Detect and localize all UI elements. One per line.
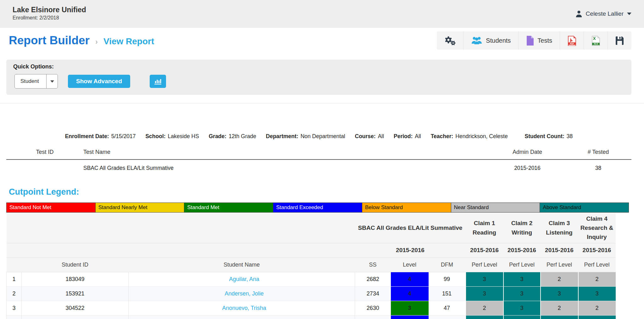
save-icon (615, 36, 624, 45)
student-name-cell: Andersen, Jolie (129, 286, 355, 301)
ss-cell: 2682 (355, 272, 391, 286)
export-pdf-button[interactable]: PDF (560, 31, 584, 50)
breadcrumb: Report Builder › View Report (9, 34, 154, 47)
column-header-row: Student ID Student Name SS Level DFM Per… (7, 257, 616, 272)
filter-student-count: Student Count:38 (525, 133, 573, 140)
table-row: 3 304522 Anonuevo, Trisha 2630 3 47 2 3 … (7, 301, 616, 315)
filter-value: 5/15/2017 (111, 133, 136, 139)
dfm-cell: 151 (429, 286, 466, 301)
svg-text:XLS: XLS (594, 43, 598, 45)
claim-1-cell: 3 (466, 272, 503, 286)
student-id-cell: 183049 (22, 272, 129, 286)
students-icon (471, 36, 482, 45)
test-id-cell (6, 160, 83, 175)
student-id-cell: 153921 (22, 286, 129, 301)
toolbar: Students Tests PDF X XLS (437, 31, 631, 50)
claim-1-cell: 3 (466, 286, 503, 301)
claim-2-cell: 3 (503, 272, 541, 286)
legend-item-standard-exceeded: Standard Exceeded (273, 203, 362, 212)
claim-2-header: Claim 2 Writing (503, 213, 541, 243)
row-number-header (7, 257, 22, 272)
level-cell: 4 (391, 272, 429, 286)
perf-level-header-1: Perf Level (466, 257, 503, 272)
test-list-table: Test ID Test Name Admin Date # Tested SB… (6, 146, 631, 175)
filter-period: Period:All (394, 133, 421, 140)
show-advanced-button[interactable]: Show Advanced (68, 75, 130, 88)
claim-4-cell: 2 (578, 272, 616, 286)
student-link[interactable]: Aguilar, Ana (229, 276, 259, 282)
quick-options-label: Quick Options: (13, 63, 54, 70)
level-header: Level (391, 257, 429, 272)
filter-label: School: (145, 133, 165, 139)
filters-summary: Enrollment Date:5/15/2017 School:Lakesid… (6, 133, 631, 140)
ss-cell (355, 315, 391, 319)
tests-label: Tests (537, 37, 552, 44)
num-tested-cell: 38 (565, 160, 631, 175)
filter-value: 12th Grade (229, 133, 256, 139)
ss-cell: 2630 (355, 301, 391, 315)
test-name-cell: SBAC All Grades ELA/Lit Summative (83, 160, 490, 175)
filter-department: Department:Non Departmental (266, 133, 345, 140)
tests-icon (526, 36, 534, 46)
filter-label: Course: (355, 133, 376, 139)
filter-label: Teacher: (431, 133, 453, 139)
perf-level-header-3: Perf Level (541, 257, 578, 272)
row-number: 4 (7, 315, 22, 319)
group-header-spacer (7, 213, 355, 243)
student-name-cell: Aguilar, Ana (129, 272, 355, 286)
claim-3-header: Claim 3 Listening (541, 213, 578, 243)
ss-header: SS (355, 257, 391, 272)
breadcrumb-separator-icon: › (95, 37, 98, 46)
students-button[interactable]: Students (464, 31, 519, 50)
save-report-button[interactable] (608, 31, 631, 50)
claim-3-cell: 3 (541, 286, 578, 301)
year-claim-2: 2015-2016 (503, 243, 541, 257)
legend-item-standard-met: Standard Met (184, 203, 273, 212)
enrollment-date-label: Enrollment: 2/2/2018 (13, 15, 59, 21)
claim-1-cell: 2 (466, 301, 503, 315)
filter-grade: Grade:12th Grade (209, 133, 256, 140)
claim-2-cell: 3 (503, 286, 541, 301)
student-name-cell (129, 315, 355, 319)
section-divider (0, 103, 644, 103)
chart-view-button[interactable] (150, 75, 166, 88)
student-name-header: Student Name (129, 257, 355, 272)
filter-label: Department: (266, 133, 298, 139)
student-link[interactable]: Andersen, Jolie (225, 290, 264, 297)
student-name-cell: Anonuevo, Trisha (129, 301, 355, 315)
filter-enrollment-date: Enrollment Date:5/15/2017 (65, 133, 136, 140)
year-spacer (7, 243, 355, 257)
year-claim-3: 2015-2016 (541, 243, 578, 257)
page-title[interactable]: Report Builder (9, 34, 90, 47)
claim-2-cell: 3 (503, 301, 541, 315)
claim-1-cell (466, 315, 503, 319)
gears-icon (444, 35, 456, 46)
settings-button[interactable] (437, 31, 464, 50)
filter-value: Lakeside HS (168, 133, 199, 139)
quick-options-panel: Quick Options: Student Show Advanced (6, 60, 631, 95)
dfm-header: DFM (429, 257, 466, 272)
export-excel-button[interactable]: X XLS (584, 31, 608, 50)
svg-text:PDF: PDF (570, 42, 574, 45)
students-label: Students (486, 37, 511, 44)
year-claim-4: 2015-2016 (578, 243, 616, 257)
filter-course: Course:All (355, 133, 384, 140)
user-menu[interactable]: Celeste Lallier (575, 9, 631, 19)
table-row-partial: 4 (7, 315, 616, 319)
perf-level-header-4: Perf Level (578, 257, 616, 272)
bar-chart-icon (154, 78, 162, 85)
level-cell: 3 (391, 301, 429, 315)
level-cell (391, 315, 429, 319)
claim-3-cell: 2 (541, 301, 578, 315)
cutpoint-legend-bar: Standard Not Met Standard Nearly Met Sta… (6, 203, 629, 213)
claim-4-cell (578, 315, 616, 319)
student-link[interactable]: Anonuevo, Trisha (222, 305, 266, 311)
test-group-header: SBAC All Grades ELA/Lit Summative (355, 213, 466, 243)
report-type-select[interactable]: Student (14, 74, 58, 89)
student-id-cell: 304522 (22, 301, 129, 315)
table-row: 2 153921 Andersen, Jolie 2734 4 151 3 3 … (7, 286, 616, 301)
year-summative: 2015-2016 (355, 243, 466, 257)
tests-button[interactable]: Tests (519, 31, 560, 50)
dfm-cell: 47 (429, 301, 466, 315)
report-type-value: Student (15, 78, 46, 84)
